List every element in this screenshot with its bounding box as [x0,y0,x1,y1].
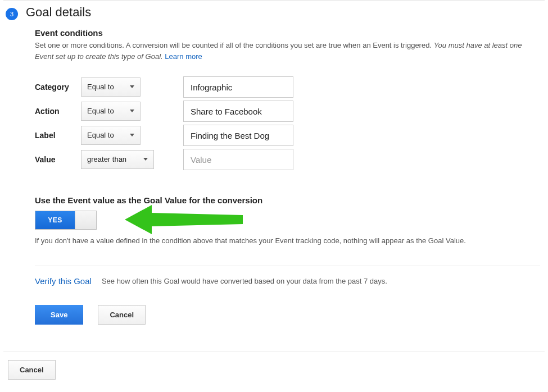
outer-cancel-button[interactable]: Cancel [8,360,56,380]
condition-operator-category[interactable]: Equal to [81,78,141,97]
condition-operator-action[interactable]: Equal to [81,102,141,121]
outer-divider [3,352,545,352]
help-text-plain: Set one or more conditions. A conversion… [35,41,434,49]
learn-more-link[interactable]: Learn more [165,52,202,61]
condition-operator-label[interactable]: Equal to [81,126,141,145]
condition-operator-value[interactable]: greater than [81,150,154,169]
divider [35,266,540,266]
chevron-down-icon [130,110,134,112]
toggle-knob[interactable] [75,211,96,229]
condition-value-label[interactable] [183,125,293,146]
verify-goal-desc: See how often this Goal would have conve… [102,277,387,285]
condition-label-category: Category [35,83,81,92]
toggle-on-label: YES [35,211,75,229]
save-button[interactable]: Save [35,305,83,325]
condition-label-action: Action [35,107,81,116]
cancel-button[interactable]: Cancel [98,305,146,325]
operator-text: greater than [87,155,126,163]
condition-value-value[interactable] [183,149,293,170]
operator-text: Equal to [87,83,114,91]
operator-text: Equal to [87,131,114,139]
chevron-down-icon [143,158,148,161]
goal-value-note: If you don't have a value defined in the… [35,235,540,247]
conditions-table: Category Equal to Action Equal to [35,76,540,170]
step-header: 3 Goal details [6,5,542,20]
condition-label-value: Value [35,155,81,164]
verify-goal-link[interactable]: Verify this Goal [35,276,92,286]
event-conditions-help: Set one or more conditions. A conversion… [35,40,540,62]
event-conditions-title: Event conditions [35,28,540,38]
chevron-down-icon [130,85,134,88]
step-number-badge: 3 [6,8,18,20]
condition-value-category[interactable] [183,76,293,98]
step-title: Goal details [26,5,91,20]
arrow-annotation-icon [125,203,248,236]
condition-label-label: Label [35,131,81,140]
chevron-down-icon [130,134,134,136]
goal-value-question: Use the Event value as the Goal Value fo… [35,195,540,205]
operator-text: Equal to [87,107,114,115]
svg-marker-0 [125,205,243,234]
condition-value-action[interactable] [183,101,293,122]
goal-value-toggle[interactable]: YES [35,211,97,230]
